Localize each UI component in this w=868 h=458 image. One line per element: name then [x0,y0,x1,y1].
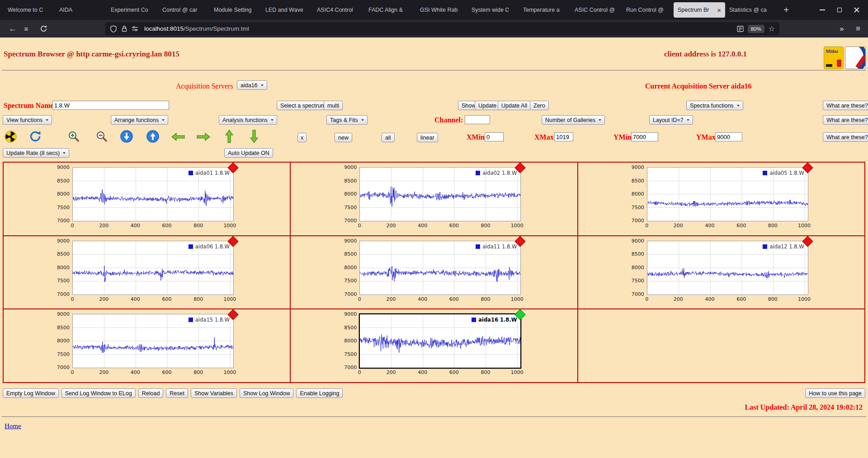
update-button[interactable]: Update [475,101,500,110]
view-functions-select[interactable]: View functions [3,115,52,125]
spectrum-cell-aida11[interactable]: aida11 1.8.W7000750080008500900002004006… [290,236,577,309]
overflow-menu-button[interactable]: » [835,20,848,37]
arrow-down-icon[interactable] [249,129,259,144]
lock-icon[interactable] [121,25,127,32]
browser-tab[interactable]: GSI White Rab [416,2,467,18]
tab-close-icon[interactable]: × [717,6,721,14]
browser-tab[interactable]: Spectrum Br× [674,2,725,18]
arrange-functions-select[interactable]: Arrange functions [111,115,168,125]
spectrum-name-input[interactable] [52,101,169,110]
spectrum-plot[interactable]: aida01 1.8.W [72,167,234,221]
log-button[interactable]: Empty Log Window [3,388,59,398]
tab-title: Module Setting [214,7,257,13]
x-button[interactable]: x [297,133,307,142]
spectrum-plot[interactable]: aida06 1.8.W [72,241,234,295]
linear-button[interactable]: linear [417,133,438,142]
spectrum-plot[interactable]: aida12 1.8.W [647,241,808,295]
auto-update-button[interactable]: Auto Update ON [224,148,273,158]
number-of-galleries-select[interactable]: Number of Galleries [542,115,605,125]
url-bar[interactable]: localhost:8015/Spectrum/Spectrum.tml 80%… [105,22,779,35]
spectrum-cell-aida15[interactable]: aida15 1.8.W7000750080008500900002004006… [3,309,290,383]
browser-tab[interactable]: Statistics @ ca [725,2,777,18]
x-tick-label: 1000 [222,296,238,302]
scale-up-icon[interactable] [146,130,159,143]
layout-id-select[interactable]: Layout ID=7 [649,115,693,125]
browser-tab[interactable]: ASIC Control @ [571,2,622,18]
spectrum-cell-aida01[interactable]: aida01 1.8.W7000750080008500900002004006… [3,162,290,236]
spectrum-cell-aida02[interactable]: aida02 1.8.W7000750080008500900002004006… [290,162,577,236]
ymax-input[interactable] [715,132,742,141]
zoom-out-icon[interactable] [96,131,108,142]
what-are-these-button-2[interactable]: What are these? [823,115,868,125]
how-to-use-button[interactable]: How to use this page [805,388,865,398]
browser-tab[interactable]: Module Setting [210,2,261,18]
log-button[interactable]: Show Log Window [240,388,294,398]
home-link[interactable]: Home [5,422,21,430]
spectrum-cell-aida06[interactable]: aida06 1.8.W7000750080008500900002004006… [3,236,290,309]
bookmark-star-icon[interactable]: ☆ [769,24,775,33]
xmax-input[interactable] [554,132,573,141]
new-tab-button[interactable]: + [779,4,793,16]
channel-input[interactable] [465,115,490,124]
spectrum-cell-aida05[interactable]: aida05 1.8.W7000750080008500900002004006… [578,162,865,236]
hamburger-button[interactable]: ≡ [20,20,33,37]
ymin-input[interactable] [631,132,658,141]
log-button[interactable]: Enable Logging [296,388,343,398]
arrow-up-icon[interactable] [224,129,234,144]
x-tick-label: 400 [702,296,718,302]
reload-button[interactable] [37,20,50,37]
browser-tab[interactable]: AIDA [55,2,107,18]
tags-fits-select[interactable]: Tags & Fits [326,115,368,125]
scale-down-icon[interactable] [120,130,133,143]
y-tick-label: 8000 [338,338,357,344]
arrow-up-icon-svg [224,129,234,144]
radiation-icon[interactable] [5,131,17,143]
browser-tab[interactable]: LED and Wave [261,2,313,18]
zero-button[interactable]: Zero [530,101,549,110]
shield-icon[interactable] [110,25,117,33]
tune-icon[interactable] [132,26,138,32]
spectrum-plot[interactable]: aida16 1.8.W [359,314,521,368]
browser-tab[interactable]: Experiment Co [107,2,158,18]
new-button[interactable]: new [335,133,352,142]
reader-mode-icon[interactable] [737,26,744,32]
browser-tab[interactable]: Welcome to C [4,2,55,18]
close-button[interactable] [848,0,865,20]
what-are-these-button-3[interactable]: What are these? [823,132,868,142]
app-menu-button[interactable]: ≡ [852,20,864,37]
spectrum-plot[interactable]: aida05 1.8.W [647,167,808,221]
zoom-level-badge[interactable]: 80% [748,25,764,33]
xmin-input[interactable] [485,132,504,141]
minimize-button[interactable] [814,0,831,20]
browser-tab[interactable]: System wide C [467,2,519,18]
update-rate-select[interactable]: Update Rate (8 secs) [3,148,69,158]
back-button[interactable]: ← [6,20,19,37]
browser-tab[interactable]: FADC Align & [364,2,416,18]
acquisition-server-select[interactable]: aida16 [237,80,267,90]
multi-button[interactable]: multi [324,101,343,110]
log-button[interactable]: Reload [138,388,164,398]
spectrum-cell-aida16[interactable]: aida16 1.8.W7000750080008500900002004006… [290,309,577,383]
spectrum-plot[interactable]: aida02 1.8.W [359,167,521,221]
midas-logo: Midas [824,47,844,69]
update-all-button[interactable]: Update All [498,101,531,110]
spectrum-plot[interactable]: aida15 1.8.W [72,314,234,368]
spectra-functions-select[interactable]: Spectra functions [686,101,743,110]
browser-tab[interactable]: Temperature a [519,2,571,18]
spectrum-cell-aida12[interactable]: aida12 1.8.W7000750080008500900002004006… [578,236,865,309]
browser-tab[interactable]: ASIC4 Control [313,2,364,18]
maximize-button[interactable] [831,0,848,20]
refresh-icon[interactable] [29,130,42,143]
spectrum-plot[interactable]: aida11 1.8.W [359,241,521,295]
arrow-right-icon[interactable] [196,132,211,141]
arrow-left-icon[interactable] [171,132,185,141]
log-button[interactable]: Show Variables [191,388,237,398]
all-button[interactable]: all [382,133,395,142]
zoom-in-icon[interactable] [68,131,80,142]
browser-tab[interactable]: Run Control @ [622,2,674,18]
browser-tab[interactable]: Control @ car [158,2,210,18]
log-button[interactable]: Send Log Window to ELog [61,388,136,398]
what-are-these-button-1[interactable]: What are these? [823,101,868,110]
log-button[interactable]: Reset [166,388,188,398]
analysis-functions-select[interactable]: Analysis functions [219,115,277,125]
